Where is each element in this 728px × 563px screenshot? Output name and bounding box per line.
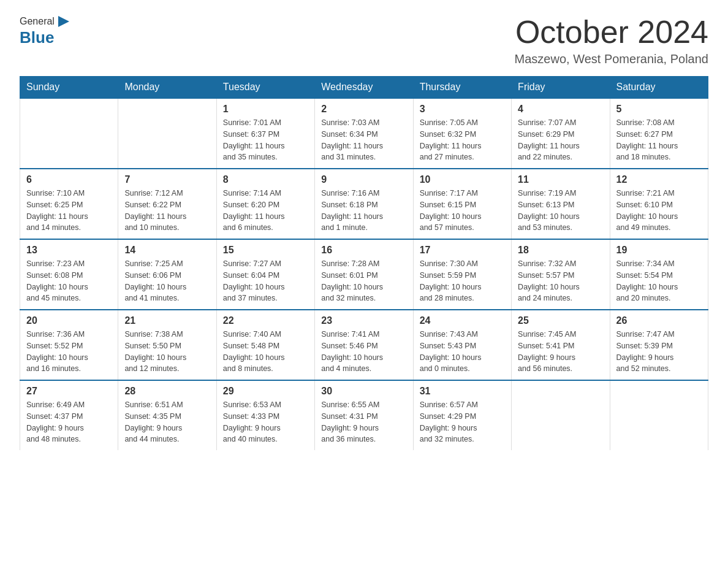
- calendar-cell: 16Sunrise: 7:28 AM Sunset: 6:01 PM Dayli…: [315, 239, 413, 310]
- calendar-cell: 27Sunrise: 6:49 AM Sunset: 4:37 PM Dayli…: [20, 380, 118, 450]
- day-number: 21: [124, 315, 210, 326]
- calendar-cell: 18Sunrise: 7:32 AM Sunset: 5:57 PM Dayli…: [512, 239, 610, 310]
- weekday-header-row: SundayMondayTuesdayWednesdayThursdayFrid…: [20, 77, 708, 99]
- day-info: Sunrise: 7:14 AM Sunset: 6:20 PM Dayligh…: [223, 188, 308, 234]
- logo-blue-text: Blue: [20, 28, 54, 47]
- location-text: Maszewo, West Pomerania, Poland: [515, 52, 708, 66]
- weekday-header-sunday: Sunday: [20, 77, 118, 99]
- calendar-cell: 7Sunrise: 7:12 AM Sunset: 6:22 PM Daylig…: [118, 169, 216, 239]
- calendar-week-row: 13Sunrise: 7:23 AM Sunset: 6:08 PM Dayli…: [20, 239, 708, 310]
- day-info: Sunrise: 7:10 AM Sunset: 6:25 PM Dayligh…: [26, 188, 112, 234]
- day-info: Sunrise: 6:57 AM Sunset: 4:29 PM Dayligh…: [420, 399, 505, 445]
- day-info: Sunrise: 7:01 AM Sunset: 6:37 PM Dayligh…: [223, 117, 308, 163]
- calendar-cell: 4Sunrise: 7:07 AM Sunset: 6:29 PM Daylig…: [512, 98, 610, 169]
- title-section: October 2024 Maszewo, West Pomerania, Po…: [515, 15, 708, 66]
- calendar-cell: [512, 380, 610, 450]
- day-info: Sunrise: 7:30 AM Sunset: 5:59 PM Dayligh…: [420, 258, 505, 304]
- calendar-cell: 21Sunrise: 7:38 AM Sunset: 5:50 PM Dayli…: [118, 310, 216, 380]
- logo-general-text: General: [20, 16, 55, 27]
- calendar-cell: 3Sunrise: 7:05 AM Sunset: 6:32 PM Daylig…: [413, 98, 511, 169]
- day-info: Sunrise: 7:40 AM Sunset: 5:48 PM Dayligh…: [223, 329, 308, 375]
- day-info: Sunrise: 7:07 AM Sunset: 6:29 PM Dayligh…: [518, 117, 603, 163]
- day-number: 23: [321, 315, 406, 326]
- day-number: 30: [321, 386, 406, 397]
- day-number: 1: [223, 104, 308, 115]
- weekday-header-tuesday: Tuesday: [216, 77, 314, 99]
- calendar-cell: 8Sunrise: 7:14 AM Sunset: 6:20 PM Daylig…: [216, 169, 314, 239]
- calendar-cell: 22Sunrise: 7:40 AM Sunset: 5:48 PM Dayli…: [216, 310, 314, 380]
- day-info: Sunrise: 7:17 AM Sunset: 6:15 PM Dayligh…: [420, 188, 505, 234]
- calendar-cell: [20, 98, 118, 169]
- day-number: 9: [321, 174, 406, 185]
- day-info: Sunrise: 6:49 AM Sunset: 4:37 PM Dayligh…: [26, 399, 112, 445]
- day-number: 19: [616, 245, 702, 256]
- day-info: Sunrise: 7:27 AM Sunset: 6:04 PM Dayligh…: [223, 258, 308, 304]
- calendar-cell: 12Sunrise: 7:21 AM Sunset: 6:10 PM Dayli…: [610, 169, 708, 239]
- calendar-week-row: 6Sunrise: 7:10 AM Sunset: 6:25 PM Daylig…: [20, 169, 708, 239]
- day-number: 8: [223, 174, 308, 185]
- calendar-cell: 24Sunrise: 7:43 AM Sunset: 5:43 PM Dayli…: [413, 310, 511, 380]
- day-info: Sunrise: 7:43 AM Sunset: 5:43 PM Dayligh…: [420, 329, 505, 375]
- calendar-cell: 19Sunrise: 7:34 AM Sunset: 5:54 PM Dayli…: [610, 239, 708, 310]
- calendar-cell: [118, 98, 216, 169]
- day-info: Sunrise: 7:05 AM Sunset: 6:32 PM Dayligh…: [420, 117, 505, 163]
- calendar-cell: 28Sunrise: 6:51 AM Sunset: 4:35 PM Dayli…: [118, 380, 216, 450]
- day-info: Sunrise: 7:28 AM Sunset: 6:01 PM Dayligh…: [321, 258, 406, 304]
- day-number: 26: [616, 315, 702, 326]
- logo-arrow-icon: [57, 15, 70, 28]
- calendar-week-row: 20Sunrise: 7:36 AM Sunset: 5:52 PM Dayli…: [20, 310, 708, 380]
- weekday-header-friday: Friday: [512, 77, 610, 99]
- day-number: 13: [26, 245, 112, 256]
- calendar-cell: 29Sunrise: 6:53 AM Sunset: 4:33 PM Dayli…: [216, 380, 314, 450]
- calendar-week-row: 1Sunrise: 7:01 AM Sunset: 6:37 PM Daylig…: [20, 98, 708, 169]
- calendar-cell: 10Sunrise: 7:17 AM Sunset: 6:15 PM Dayli…: [413, 169, 511, 239]
- calendar-week-row: 27Sunrise: 6:49 AM Sunset: 4:37 PM Dayli…: [20, 380, 708, 450]
- calendar-cell: 25Sunrise: 7:45 AM Sunset: 5:41 PM Dayli…: [512, 310, 610, 380]
- calendar-cell: 15Sunrise: 7:27 AM Sunset: 6:04 PM Dayli…: [216, 239, 314, 310]
- calendar-cell: 5Sunrise: 7:08 AM Sunset: 6:27 PM Daylig…: [610, 98, 708, 169]
- day-info: Sunrise: 7:16 AM Sunset: 6:18 PM Dayligh…: [321, 188, 406, 234]
- calendar-cell: 1Sunrise: 7:01 AM Sunset: 6:37 PM Daylig…: [216, 98, 314, 169]
- logo: General Blue: [20, 15, 70, 47]
- day-info: Sunrise: 6:53 AM Sunset: 4:33 PM Dayligh…: [223, 399, 308, 445]
- calendar-cell: 31Sunrise: 6:57 AM Sunset: 4:29 PM Dayli…: [413, 380, 511, 450]
- day-number: 28: [124, 386, 210, 397]
- day-info: Sunrise: 7:38 AM Sunset: 5:50 PM Dayligh…: [124, 329, 210, 375]
- day-number: 25: [518, 315, 603, 326]
- day-number: 10: [420, 174, 505, 185]
- day-info: Sunrise: 7:25 AM Sunset: 6:06 PM Dayligh…: [124, 258, 210, 304]
- weekday-header-thursday: Thursday: [413, 77, 511, 99]
- calendar-cell: 11Sunrise: 7:19 AM Sunset: 6:13 PM Dayli…: [512, 169, 610, 239]
- day-number: 31: [420, 386, 505, 397]
- day-number: 27: [26, 386, 112, 397]
- day-info: Sunrise: 7:34 AM Sunset: 5:54 PM Dayligh…: [616, 258, 702, 304]
- day-info: Sunrise: 7:47 AM Sunset: 5:39 PM Dayligh…: [616, 329, 702, 375]
- calendar-cell: 23Sunrise: 7:41 AM Sunset: 5:46 PM Dayli…: [315, 310, 413, 380]
- calendar-cell: 20Sunrise: 7:36 AM Sunset: 5:52 PM Dayli…: [20, 310, 118, 380]
- day-number: 20: [26, 315, 112, 326]
- day-info: Sunrise: 7:32 AM Sunset: 5:57 PM Dayligh…: [518, 258, 603, 304]
- day-number: 11: [518, 174, 603, 185]
- day-info: Sunrise: 7:23 AM Sunset: 6:08 PM Dayligh…: [26, 258, 112, 304]
- calendar-cell: 30Sunrise: 6:55 AM Sunset: 4:31 PM Dayli…: [315, 380, 413, 450]
- calendar-cell: 26Sunrise: 7:47 AM Sunset: 5:39 PM Dayli…: [610, 310, 708, 380]
- day-number: 7: [124, 174, 210, 185]
- day-number: 3: [420, 104, 505, 115]
- weekday-header-saturday: Saturday: [610, 77, 708, 99]
- day-number: 4: [518, 104, 603, 115]
- day-info: Sunrise: 7:03 AM Sunset: 6:34 PM Dayligh…: [321, 117, 406, 163]
- day-info: Sunrise: 7:45 AM Sunset: 5:41 PM Dayligh…: [518, 329, 603, 375]
- day-number: 17: [420, 245, 505, 256]
- day-info: Sunrise: 7:19 AM Sunset: 6:13 PM Dayligh…: [518, 188, 603, 234]
- day-info: Sunrise: 7:12 AM Sunset: 6:22 PM Dayligh…: [124, 188, 210, 234]
- calendar-cell: [610, 380, 708, 450]
- calendar-cell: 13Sunrise: 7:23 AM Sunset: 6:08 PM Dayli…: [20, 239, 118, 310]
- day-number: 6: [26, 174, 112, 185]
- day-number: 2: [321, 104, 406, 115]
- day-number: 16: [321, 245, 406, 256]
- day-info: Sunrise: 7:41 AM Sunset: 5:46 PM Dayligh…: [321, 329, 406, 375]
- calendar-cell: 6Sunrise: 7:10 AM Sunset: 6:25 PM Daylig…: [20, 169, 118, 239]
- calendar-cell: 14Sunrise: 7:25 AM Sunset: 6:06 PM Dayli…: [118, 239, 216, 310]
- day-number: 12: [616, 174, 702, 185]
- calendar-table: SundayMondayTuesdayWednesdayThursdayFrid…: [20, 76, 708, 450]
